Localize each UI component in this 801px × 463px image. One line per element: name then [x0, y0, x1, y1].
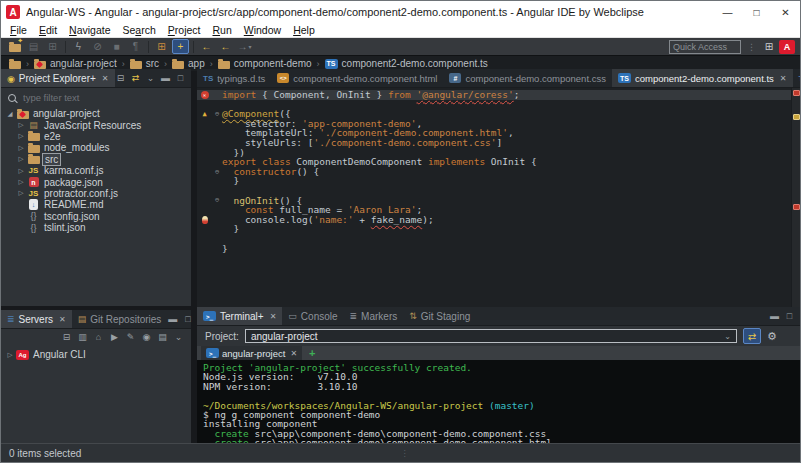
- tree-item-e2e[interactable]: ▷e2e: [1, 131, 191, 142]
- close-button[interactable]: ✕: [771, 1, 800, 23]
- debug-button[interactable]: ϟ: [70, 39, 87, 54]
- tree-arrow-icon[interactable]: ▷: [5, 351, 15, 359]
- tab-git-repositories[interactable]: ▤Git Repositories: [72, 310, 168, 328]
- menu-edit[interactable]: Edit: [33, 23, 63, 37]
- code-editor[interactable]: ✕import { Component, OnInit } from '@ang…: [197, 88, 800, 307]
- tab-typings-d-ts[interactable]: TStypings.d.ts: [197, 69, 271, 87]
- tree-item-protractor-conf-js[interactable]: ▷JSprotractor.conf.js: [1, 188, 191, 199]
- tree-item-readme-md[interactable]: ↓README.md: [1, 199, 191, 210]
- open-terminal-button[interactable]: +: [172, 39, 189, 54]
- tree-item-tslint-json[interactable]: {}tslint.json: [1, 222, 191, 233]
- tree-arrow-icon[interactable]: ◢: [5, 110, 15, 118]
- tree-item-angular-project[interactable]: ◢angular-project: [1, 108, 191, 119]
- maximize-button[interactable]: □: [784, 311, 795, 321]
- collapse-all-button[interactable]: ⊟: [115, 73, 126, 83]
- new-terminal-button[interactable]: +: [309, 347, 315, 359]
- new-wizard-button[interactable]: [6, 39, 23, 54]
- breadcrumb-item[interactable]: [8, 59, 22, 69]
- tab-main-ts[interactable]: TSmain.ts: [793, 69, 800, 87]
- project-select[interactable]: angular-project ⌄: [245, 329, 737, 343]
- tree-arrow-icon[interactable]: ▷: [16, 132, 26, 140]
- show-console-button[interactable]: ▥: [77, 332, 88, 342]
- overview-ruler[interactable]: [791, 88, 800, 307]
- maximize-button[interactable]: □: [182, 314, 193, 324]
- tree-arrow-icon[interactable]: ▷: [16, 144, 26, 152]
- tree-arrow-icon[interactable]: ▷: [16, 167, 26, 175]
- quick-access-input[interactable]: [669, 40, 741, 54]
- close-icon[interactable]: ✕: [270, 312, 277, 321]
- close-icon[interactable]: ✕: [780, 74, 787, 83]
- back-button[interactable]: ←: [198, 39, 215, 54]
- fold-collapse-icon[interactable]: ⊖: [212, 196, 222, 204]
- tab-servers[interactable]: ≣Servers✕: [1, 310, 72, 328]
- tree-item-tsconfig-json[interactable]: {}tsconfig.json: [1, 211, 191, 222]
- sync-project-button[interactable]: ⇄: [743, 328, 761, 344]
- ruler-error-marker[interactable]: [793, 90, 800, 96]
- menu-search[interactable]: Search: [117, 23, 162, 37]
- view-menu-button[interactable]: ⌄: [173, 332, 184, 342]
- close-icon[interactable]: ✕: [102, 74, 109, 83]
- filter-input[interactable]: [21, 91, 155, 104]
- tab-console[interactable]: ▭Console: [282, 307, 343, 325]
- minimize-button[interactable]: —: [713, 1, 742, 23]
- tree-item-karma-conf-js[interactable]: ▷JSkarma.conf.js: [1, 165, 191, 176]
- tree-item-src[interactable]: ▷src: [1, 154, 191, 165]
- angular-perspective-button[interactable]: A: [779, 40, 795, 54]
- tab-project-explorer[interactable]: ◉ Project Explorer+ ✕: [1, 69, 115, 87]
- tab-component-demo-component-css[interactable]: #component-demo.component.css: [443, 69, 611, 87]
- tree-item-package-json[interactable]: ▷npackage.json: [1, 176, 191, 187]
- link-with-editor-button[interactable]: ⇄: [130, 73, 141, 83]
- minimize-button[interactable]: ▬: [769, 311, 780, 321]
- home-button[interactable]: ⌂: [93, 332, 104, 342]
- skip-breakpoints-button[interactable]: ⊘: [89, 39, 106, 54]
- ruler-warn-marker[interactable]: [793, 114, 800, 120]
- tab-markers[interactable]: ≣Markers: [344, 307, 404, 325]
- save-button[interactable]: ▤: [25, 39, 42, 54]
- menu-window[interactable]: Window: [238, 23, 287, 37]
- profile-button[interactable]: ✎: [125, 332, 136, 342]
- menu-file[interactable]: File: [4, 23, 33, 37]
- breadcrumb-item-src[interactable]: src: [129, 58, 160, 69]
- breadcrumb-item-app[interactable]: app: [171, 58, 206, 69]
- menu-project[interactable]: Project: [162, 23, 207, 37]
- start-server-button[interactable]: ▶: [109, 332, 120, 342]
- fold-collapse-icon[interactable]: ⊖: [212, 168, 222, 176]
- back-edit-location-button[interactable]: ←: [217, 39, 234, 54]
- publish-button[interactable]: ▤: [157, 332, 168, 342]
- tab-terminal-[interactable]: >_Terminal+✕: [197, 307, 282, 325]
- ruler-error-marker[interactable]: [793, 204, 800, 210]
- menu-run[interactable]: Run: [206, 23, 237, 37]
- stop-server-button[interactable]: ◉: [141, 332, 152, 342]
- collapse-all-button[interactable]: ⊟: [61, 332, 72, 342]
- tree-arrow-icon[interactable]: ▷: [16, 155, 26, 163]
- menu-help[interactable]: Help: [287, 23, 321, 37]
- tree-item-node-modules[interactable]: ▷node_modules: [1, 142, 191, 153]
- tree-arrow-icon[interactable]: ▷: [16, 178, 26, 186]
- tab-git-staging[interactable]: ⇅Git Staging: [403, 307, 476, 325]
- breadcrumb-item-angular-project[interactable]: angular-project: [33, 58, 118, 69]
- tree-arrow-icon[interactable]: ▷: [16, 189, 26, 197]
- tree-item-angular-cli[interactable]: ▷AgAngular CLI: [1, 349, 191, 360]
- forward-button[interactable]: →▾: [236, 39, 253, 54]
- terminate-button[interactable]: ■: [108, 39, 125, 54]
- close-icon[interactable]: ✕: [290, 349, 297, 358]
- menu-navigate[interactable]: Navigate: [63, 23, 116, 37]
- maximize-button[interactable]: □: [175, 73, 186, 83]
- terminal-settings-button[interactable]: ⚙: [767, 330, 777, 343]
- open-perspective-button[interactable]: ⊞: [761, 40, 777, 54]
- tab-component2-demo-component-ts[interactable]: TScomponent2-demo.component.ts✕: [612, 69, 793, 87]
- breadcrumb-item-component-demo[interactable]: component-demo: [217, 58, 313, 69]
- terminal-instance-tab[interactable]: >_angular-project✕: [201, 346, 302, 360]
- terminal-output[interactable]: Project 'angular-project' successfully c…: [197, 360, 800, 447]
- save-all-button[interactable]: ⊞: [44, 39, 61, 54]
- copy-files-button[interactable]: ⊞: [153, 39, 170, 54]
- tree-arrow-icon[interactable]: ▷: [16, 121, 26, 129]
- minimize-button[interactable]: ▬: [160, 73, 171, 83]
- view-menu-button[interactable]: ⌄: [145, 73, 156, 83]
- minimize-button[interactable]: ▬: [167, 314, 178, 324]
- tree-item-javascript-resources[interactable]: ▷▤JavaScript Resources: [1, 119, 191, 130]
- show-whitespace-button[interactable]: ¶: [127, 39, 144, 54]
- tab-component-demo-component-html[interactable]: <>component-demo.component.html: [271, 69, 443, 87]
- maximize-button[interactable]: □: [742, 1, 771, 23]
- breadcrumb-item-component2-demo.component.ts[interactable]: TScomponent2-demo.component.ts: [324, 58, 489, 69]
